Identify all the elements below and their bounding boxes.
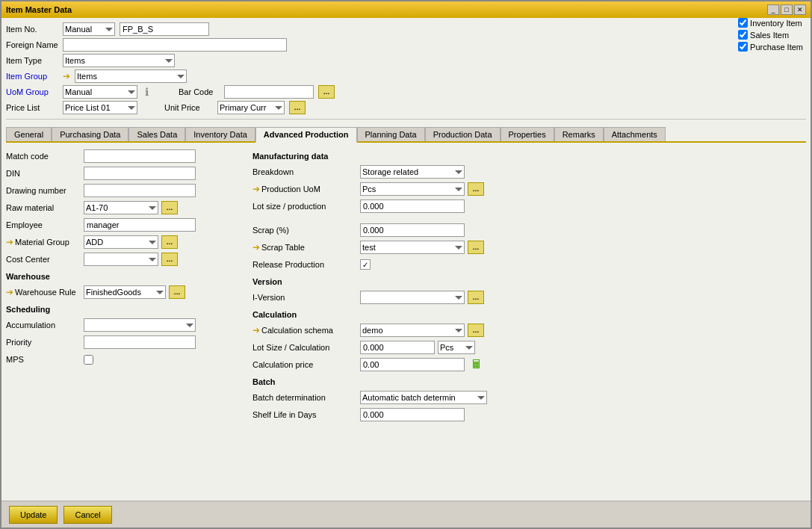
scrap-table-dropdown[interactable]: test: [360, 241, 465, 254]
spacer1: [252, 216, 806, 220]
lot-size-calc-unit-dropdown[interactable]: Pcs: [438, 341, 475, 354]
production-uom-dropdown[interactable]: Pcs: [360, 182, 465, 196]
price-list-dropdown[interactable]: Price List 01: [63, 101, 137, 114]
calc-schema-row: ➔ Calculation schema demo …: [252, 323, 806, 338]
shelf-life-input[interactable]: [360, 408, 465, 421]
inventory-item-check[interactable]: Inventory Item: [738, 18, 803, 28]
batch-det-dropdown[interactable]: Automatic batch determin: [360, 391, 487, 404]
tab-remarks[interactable]: Remarks: [554, 127, 604, 141]
main-area: Match code DIN Drawing number Raw materi…: [6, 146, 806, 496]
bar-code-input[interactable]: [224, 85, 314, 99]
bar-code-browse-button[interactable]: …: [318, 85, 335, 99]
material-group-dropdown[interactable]: ADD: [84, 235, 158, 249]
info-icon: ℹ: [145, 86, 149, 98]
calc-schema-dropdown[interactable]: demo: [360, 324, 465, 337]
cost-center-dropdown[interactable]: [84, 253, 158, 266]
left-panel: Match code DIN Drawing number Raw materi…: [6, 149, 245, 496]
main-window: Item Master Data _ □ ✕ Inventory Item Sa…: [0, 0, 812, 529]
calc-schema-browse-button[interactable]: …: [468, 324, 484, 337]
calc-price-input[interactable]: [360, 358, 465, 371]
version-section-header: Version: [252, 277, 806, 286]
foreign-name-row: Foreign Name: [6, 38, 806, 52]
cost-center-browse-button[interactable]: …: [161, 253, 178, 266]
item-no-mode-dropdown[interactable]: Manual: [63, 22, 115, 36]
purchase-item-checkbox[interactable]: [738, 42, 748, 52]
tab-properties[interactable]: Properties: [500, 127, 554, 141]
foreign-name-label: Foreign Name: [6, 40, 58, 49]
scrap-input[interactable]: [360, 223, 465, 237]
uom-barcode-row: UoM Group Manual ℹ Bar Code …: [6, 85, 806, 99]
minimize-button[interactable]: _: [767, 4, 779, 15]
maximize-button[interactable]: □: [781, 4, 793, 15]
material-group-row: ➔ Material Group ADD …: [6, 235, 245, 250]
lot-size-production-row: Lot size / production: [252, 199, 806, 214]
scrap-table-label: ➔ Scrap Table: [252, 242, 357, 253]
priority-input[interactable]: [84, 335, 196, 349]
breakdown-dropdown[interactable]: Storage related: [360, 165, 465, 179]
din-input[interactable]: [84, 167, 196, 180]
tab-sales-data[interactable]: Sales Data: [128, 127, 185, 141]
item-type-dropdown[interactable]: Items: [63, 54, 175, 67]
warehouse-rule-browse-button[interactable]: …: [169, 285, 185, 299]
calc-price-row: Calculation price 🖩: [252, 357, 806, 372]
accumulation-row: Accumulation: [6, 318, 245, 332]
shelf-life-label: Shelf Life in Days: [252, 410, 357, 419]
lot-size-calc-row: Lot Size / Calculation Pcs: [252, 340, 806, 355]
scheduling-section-header: Scheduling: [6, 305, 245, 314]
inventory-item-checkbox[interactable]: [738, 18, 748, 28]
unit-price-browse-button[interactable]: …: [289, 101, 306, 114]
i-version-browse-button[interactable]: …: [468, 291, 484, 304]
warehouse-section-header: Warehouse: [6, 272, 245, 281]
foreign-name-input[interactable]: [63, 38, 287, 52]
item-group-arrow-icon: ➔: [63, 71, 70, 81]
mps-checkbox[interactable]: [84, 355, 93, 365]
close-button[interactable]: ✕: [794, 4, 806, 15]
lot-size-calc-input[interactable]: [360, 341, 435, 354]
tab-planning-data[interactable]: Planning Data: [357, 127, 425, 141]
calc-price-icon: 🖩: [471, 358, 483, 371]
tab-production-data[interactable]: Production Data: [425, 127, 500, 141]
din-row: DIN: [6, 166, 245, 181]
raw-material-browse-button[interactable]: …: [161, 201, 178, 214]
bottom-bar: Update Cancel: [1, 501, 811, 528]
window-title: Item Master Data: [6, 5, 72, 14]
header-separator: [6, 119, 806, 120]
production-uom-label: ➔ Production UoM: [252, 184, 357, 194]
i-version-label: I-Version: [252, 293, 357, 302]
employee-input[interactable]: [84, 218, 196, 232]
drawing-number-input[interactable]: [84, 184, 196, 197]
manufacturing-section-header: Manufacturing data: [252, 152, 806, 161]
sales-item-checkbox[interactable]: [738, 30, 748, 40]
purchase-item-check[interactable]: Purchase Item: [738, 42, 803, 52]
item-no-input[interactable]: [120, 22, 209, 36]
batch-section-header: Batch: [252, 377, 806, 386]
warehouse-rule-dropdown[interactable]: FinishedGoods: [84, 285, 166, 299]
item-no-label: Item No.: [6, 25, 58, 34]
tab-attachments[interactable]: Attachments: [604, 127, 666, 141]
accumulation-dropdown[interactable]: [84, 318, 196, 332]
tab-purchasing-data[interactable]: Purchasing Data: [52, 127, 128, 141]
i-version-dropdown[interactable]: [360, 291, 465, 304]
scrap-table-browse-button[interactable]: …: [468, 241, 484, 254]
cancel-button[interactable]: Cancel: [63, 506, 111, 524]
header-section: Item No. Manual Foreign Name Item Type I…: [6, 22, 806, 114]
raw-material-dropdown[interactable]: A1-70: [84, 201, 158, 214]
tab-inventory-data[interactable]: Inventory Data: [185, 127, 255, 141]
match-code-input[interactable]: [84, 149, 196, 163]
tab-advanced-production[interactable]: Advanced Production: [255, 127, 357, 143]
production-uom-browse-button[interactable]: …: [468, 182, 484, 196]
release-production-checkbox[interactable]: ✓: [360, 259, 371, 270]
tab-general[interactable]: General: [6, 127, 52, 141]
uom-group-dropdown[interactable]: Manual: [63, 85, 137, 99]
unit-price-currency-dropdown[interactable]: Primary Curr: [217, 101, 285, 114]
window-controls: _ □ ✕: [767, 4, 806, 15]
item-group-dropdown[interactable]: Items: [75, 69, 187, 83]
material-group-browse-button[interactable]: …: [161, 235, 178, 249]
lot-size-production-input[interactable]: [360, 199, 465, 213]
breakdown-label: Breakdown: [252, 167, 357, 176]
tab-bar: General Purchasing Data Sales Data Inven…: [6, 127, 806, 143]
sales-item-check[interactable]: Sales Item: [738, 30, 803, 40]
match-code-label: Match code: [6, 152, 81, 161]
update-button[interactable]: Update: [9, 506, 58, 524]
item-no-row: Item No. Manual: [6, 22, 806, 36]
